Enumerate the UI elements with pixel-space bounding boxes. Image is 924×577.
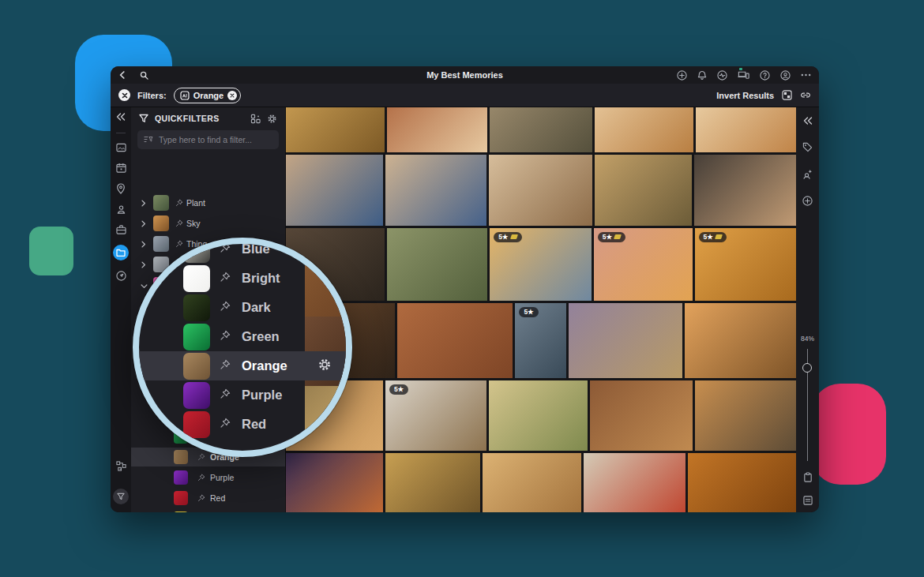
pin-icon[interactable] (197, 450, 205, 464)
photo-rocky-coast[interactable]: 5★ (515, 303, 565, 378)
filters-label: Filters: (137, 91, 167, 100)
photo-puppy-in-hay[interactable] (286, 107, 385, 152)
work-icon[interactable] (116, 225, 126, 234)
zoom-level-label: 84% (796, 335, 819, 343)
more-icon[interactable] (801, 73, 811, 77)
pin-icon[interactable] (175, 196, 183, 210)
places-icon[interactable] (116, 183, 126, 194)
photo-scout-painting-mural[interactable] (584, 453, 685, 512)
quickfilters-header: QUICKFILTERS (131, 107, 285, 129)
filter-item-purple[interactable]: Purple (131, 468, 285, 487)
photo-autumn-street[interactable] (387, 107, 487, 152)
photo-corn-basket[interactable] (489, 380, 588, 451)
collapse-left-panel-icon[interactable] (116, 113, 126, 121)
search-icon[interactable] (140, 71, 148, 80)
photo-lake-sunrise[interactable] (695, 380, 796, 451)
gallery-row (286, 453, 796, 512)
settings-icon[interactable] (267, 114, 277, 124)
pin-icon[interactable] (175, 237, 183, 251)
photos-icon[interactable] (116, 143, 126, 152)
activity-icon[interactable] (717, 70, 727, 81)
chevron-down-icon[interactable] (141, 278, 148, 292)
magnified-filter-label: Green (242, 329, 280, 344)
title-bar: My Best Memories (111, 66, 819, 84)
filter-item-yellow[interactable]: Yellow (131, 509, 285, 512)
faces-icon[interactable] (796, 169, 819, 179)
filter-thumbnail (174, 470, 188, 485)
pin-icon[interactable] (197, 491, 205, 505)
filter-thumbnail (174, 511, 188, 512)
filter-item-sky[interactable]: Sky (131, 214, 285, 233)
zoom-slider-handle[interactable] (802, 363, 812, 373)
photo-pink-stairs-town[interactable]: 5★ (594, 228, 693, 301)
photo-dog-hallway-hug[interactable] (489, 155, 592, 226)
chevron-right-icon[interactable] (141, 216, 146, 230)
folders-icon-active[interactable] (113, 245, 129, 260)
photo-grid: 5★5★5★5★5★ (286, 107, 796, 512)
photo-chimney-cake-rolls[interactable] (385, 453, 480, 512)
photo-woman-dog-yoga-mat-2[interactable] (385, 155, 486, 226)
hierarchy-icon[interactable] (116, 461, 126, 471)
pin-icon[interactable] (175, 216, 183, 230)
notifications-icon[interactable] (697, 70, 707, 81)
photo-orange-stairway[interactable]: 5★ (695, 228, 797, 301)
back-icon[interactable] (118, 71, 126, 79)
photo-bedroom-dog-pink-2[interactable] (696, 107, 796, 152)
chevron-right-icon[interactable] (141, 196, 146, 210)
remove-filter-icon[interactable] (227, 91, 237, 100)
dashboard-icon[interactable] (116, 271, 126, 281)
photo-colorful-village[interactable]: 5★ (490, 228, 592, 301)
tags-icon[interactable] (796, 142, 819, 152)
chevron-right-icon[interactable] (141, 237, 146, 251)
color-label-icon (715, 234, 723, 239)
collapse-right-panel-icon[interactable] (796, 117, 819, 125)
add-circle-icon[interactable] (677, 70, 687, 81)
photo-hikers-meadow[interactable] (595, 155, 692, 226)
filter-item-red[interactable]: Red (131, 489, 285, 508)
devices-status-dot (739, 68, 742, 70)
photo-woman-shadow-wall[interactable] (490, 107, 593, 152)
filter-toggle-icon[interactable] (113, 489, 129, 504)
filter-item-plant[interactable]: Plant (131, 193, 285, 212)
pin-icon (220, 301, 231, 315)
pin-icon (220, 330, 231, 344)
clipboard-icon[interactable] (796, 472, 819, 482)
help-icon[interactable] (760, 70, 770, 81)
photo-couple-brick-wall[interactable] (397, 303, 513, 378)
photo-woman-dog-yoga-mat-1[interactable] (286, 155, 383, 226)
calendar-icon[interactable] (116, 163, 126, 173)
invert-results-label[interactable]: Invert Results (716, 91, 774, 100)
layout-icon[interactable] (250, 114, 261, 124)
magnifier-overlay: BlueBrightDarkGreenOrangePurpleRed (133, 238, 352, 457)
photo-horse-rider-forest[interactable] (387, 228, 487, 301)
account-icon[interactable] (780, 70, 791, 81)
people-icon[interactable] (116, 204, 126, 215)
filter-chip-orange[interactable]: Orange (174, 88, 242, 103)
pin-icon (220, 418, 231, 432)
filter-thumbnail (183, 324, 210, 350)
invert-selection-icon[interactable] (782, 90, 792, 100)
photo-woman-dog-sofa[interactable]: 5★ (385, 380, 486, 451)
clear-filters-icon[interactable] (118, 89, 130, 101)
photo-fried-chips-cones[interactable] (483, 453, 581, 512)
filter-thumbnail (183, 294, 210, 321)
photo-family-beach-sunset[interactable] (685, 303, 796, 378)
chevron-right-icon[interactable] (141, 257, 146, 272)
photo-canyon-rocks-ladder[interactable] (688, 453, 796, 512)
rating-badge: 5★ (494, 232, 521, 242)
quickfilters-title: QUICKFILTERS (155, 114, 244, 123)
photo-copper-brew-vat[interactable] (590, 380, 693, 451)
filter-thumbnail (174, 450, 188, 464)
photo-night-market-grill[interactable] (286, 453, 383, 512)
settings-icon (317, 358, 332, 375)
link-icon[interactable] (800, 92, 811, 99)
photo-picnic-basket-heath[interactable] (569, 303, 682, 378)
pin-icon[interactable] (197, 470, 205, 485)
devices-icon[interactable] (738, 70, 749, 80)
photo-man-kitchen-baby[interactable] (694, 155, 796, 226)
details-icon[interactable] (796, 496, 819, 505)
add-keyword-icon[interactable] (796, 196, 819, 206)
pin-icon[interactable] (197, 511, 205, 512)
filter-search-input[interactable]: Type here to find a filter... (137, 130, 279, 149)
photo-bedroom-dog-pink-1[interactable] (595, 107, 693, 152)
